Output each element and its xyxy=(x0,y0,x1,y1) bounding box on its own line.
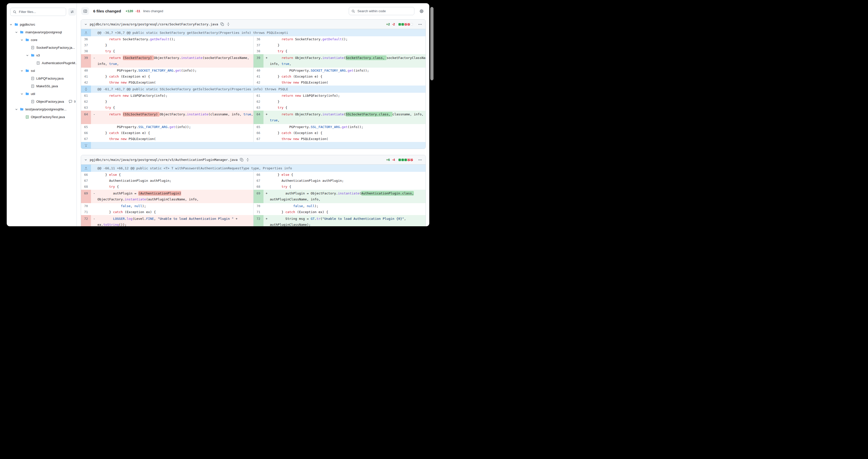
expand-down-button[interactable] xyxy=(81,142,91,149)
diff-file-card: pgjdbc/src/main/java/org/postgresql/core… xyxy=(81,20,426,149)
line-number[interactable]: 67 xyxy=(253,136,264,142)
expand-hunk-button[interactable] xyxy=(81,29,91,36)
line-number[interactable]: 42 xyxy=(253,80,264,86)
tree-options-button[interactable] xyxy=(68,8,76,16)
tree-item-label: util xyxy=(31,92,35,96)
tree-file-objectfactory-java[interactable]: ObjectFactory.java9 xyxy=(7,98,76,105)
filter-files-input[interactable] xyxy=(10,8,66,16)
line-number[interactable]: 70 xyxy=(253,203,264,209)
tree-file-authenticationpluginm[interactable]: AuthenticationPluginM... xyxy=(7,59,76,67)
page-scrollbar-thumb[interactable] xyxy=(430,7,434,80)
code-line: } else { xyxy=(270,172,424,178)
line-number[interactable]: 69 xyxy=(253,190,264,203)
folder-icon xyxy=(14,23,18,26)
line-number[interactable]: 62 xyxy=(253,99,264,105)
diff-settings-button[interactable] xyxy=(419,8,424,14)
context-cell: 63 try { xyxy=(81,105,253,111)
copy-path-button[interactable] xyxy=(240,158,244,162)
line-number[interactable]: 68 xyxy=(253,184,264,190)
line-number[interactable]: 69 xyxy=(81,190,91,203)
collapse-file-button[interactable] xyxy=(84,23,88,26)
collapse-file-button[interactable] xyxy=(84,158,88,162)
code-area: try { xyxy=(91,48,253,54)
tree-file-objectfactorytest-java[interactable]: ObjectFactoryTest.java xyxy=(7,113,76,121)
line-number[interactable]: 66 xyxy=(81,130,91,136)
file-tree: pgjdbc/srcmain/java/org/postgresqlcoreSo… xyxy=(7,21,76,121)
line-number[interactable]: 66 xyxy=(253,130,264,136)
sidebar-collapse-icon xyxy=(83,9,87,13)
expand-diff-button[interactable] xyxy=(226,22,230,26)
tree-folder-v3[interactable]: v3 xyxy=(7,52,76,59)
app-window: pgjdbc/srcmain/java/org/postgresqlcoreSo… xyxy=(7,3,429,226)
files-changed-title: 6 files changed xyxy=(93,9,121,13)
line-number[interactable]: 36 xyxy=(253,36,264,42)
line-number[interactable]: 63 xyxy=(81,105,91,111)
line-number[interactable]: 42 xyxy=(81,80,91,86)
tree-folder-main-java-org-postgresql[interactable]: main/java/org/postgresql xyxy=(7,28,76,36)
expand-hunk-button[interactable] xyxy=(81,164,91,172)
tree-folder-test-java-org-postgresql-te[interactable]: test/java/org/postgresql/te... xyxy=(7,105,76,113)
file-path: pgjdbc/src/main/java/org/postgresql/core… xyxy=(90,158,238,162)
code-line: PGProperty.SOCKET_FACTORY_ARG.get(info))… xyxy=(97,68,251,73)
line-number[interactable]: 68 xyxy=(81,184,91,190)
tree-folder-util[interactable]: util xyxy=(7,90,76,98)
search-within-code-field[interactable] xyxy=(357,9,412,13)
line-number[interactable]: 61 xyxy=(253,93,264,99)
line-number[interactable]: 38 xyxy=(253,48,264,54)
line-number[interactable]: 37 xyxy=(253,42,264,48)
line-number[interactable]: 40 xyxy=(81,68,91,73)
file-menu-button[interactable] xyxy=(418,158,422,162)
tree-file-libpqfactory-java[interactable]: LibPQFactory.java xyxy=(7,74,76,82)
line-number[interactable]: 71 xyxy=(253,209,264,215)
line-number[interactable]: 72 xyxy=(81,215,91,226)
line-number[interactable]: 66 xyxy=(81,172,91,178)
expand-hunk-button[interactable] xyxy=(81,86,91,93)
code-line: throw new PSQLException( xyxy=(97,80,251,86)
line-number[interactable]: 39 xyxy=(81,54,91,68)
file-menu-button[interactable] xyxy=(418,22,422,26)
line-number[interactable]: 61 xyxy=(81,93,91,99)
chevron-down-icon xyxy=(84,158,88,162)
diff-row: 63 try {63 try { xyxy=(81,105,426,111)
line-number[interactable]: 40 xyxy=(253,68,264,73)
line-number[interactable]: 64 xyxy=(253,111,264,124)
diff-file-header: pgjdbc/src/main/java/org/postgresql/core… xyxy=(81,20,426,29)
collapse-sidebar-button[interactable] xyxy=(81,7,89,15)
line-number[interactable]: 64 xyxy=(81,111,91,124)
line-number[interactable]: 62 xyxy=(81,99,91,105)
code-line: try { xyxy=(97,184,251,190)
deleted-cell: 64- return (SSLSocketFactory) ObjectFact… xyxy=(81,111,253,124)
line-number[interactable]: 71 xyxy=(81,209,91,215)
line-number[interactable]: 65 xyxy=(81,124,91,130)
copy-path-button[interactable] xyxy=(220,22,224,26)
line-number[interactable]: 38 xyxy=(81,48,91,54)
line-number[interactable]: 37 xyxy=(81,42,91,48)
tree-file-makessl-java[interactable]: MakeSSL.java xyxy=(7,82,76,90)
line-number[interactable]: 67 xyxy=(253,178,264,184)
tree-file-socketfactoryfactory-ja[interactable]: SocketFactoryFactory.ja... xyxy=(7,44,76,52)
hunk-header-text: @@ -66,11 +66,12 @@ public static <T> T … xyxy=(91,164,426,172)
tree-folder-pgjdbc-src[interactable]: pgjdbc/src xyxy=(7,21,76,28)
line-number[interactable]: 63 xyxy=(253,105,264,111)
search-within-code-input[interactable] xyxy=(349,7,414,15)
line-number[interactable]: 67 xyxy=(81,178,91,184)
code-line: return SocketFactory.getDefault(); xyxy=(270,36,424,42)
line-number[interactable]: 70 xyxy=(81,203,91,209)
line-number[interactable]: 41 xyxy=(81,73,91,80)
line-number[interactable]: 39 xyxy=(253,54,264,68)
expand-diff-button[interactable] xyxy=(246,158,250,162)
tree-folder-ssl[interactable]: ssl xyxy=(7,67,76,74)
line-number[interactable]: 67 xyxy=(81,136,91,142)
added-cell: 64+ return ObjectFactory.instantiate(SSL… xyxy=(253,111,426,124)
tree-folder-core[interactable]: core xyxy=(7,36,76,44)
line-number[interactable]: 65 xyxy=(253,124,264,130)
line-number[interactable]: 36 xyxy=(81,36,91,42)
line-number[interactable]: 72 xyxy=(253,215,264,226)
code-area: - LOGGER.log(Level.FINE, "Unable to load… xyxy=(91,215,253,226)
file-deletions: -4 xyxy=(392,158,395,162)
diff-marker: - xyxy=(93,55,95,61)
line-number[interactable]: 41 xyxy=(253,73,264,80)
file-deletions: -2 xyxy=(392,22,395,26)
line-number[interactable]: 66 xyxy=(253,172,264,178)
filter-files-field[interactable] xyxy=(19,10,63,14)
